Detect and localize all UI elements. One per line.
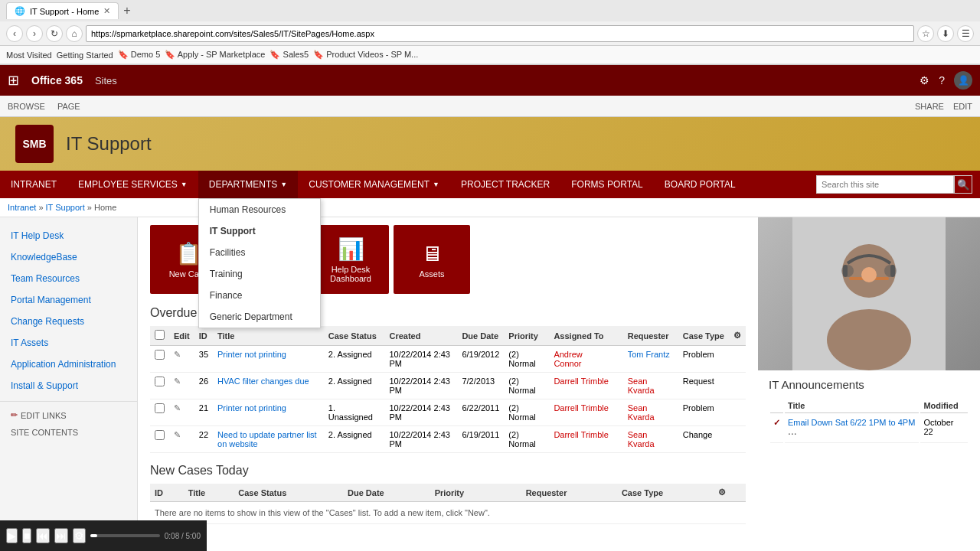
nav-employee-services[interactable]: EMPLOYEE SERVICES ▼ [67,171,198,198]
office365-label[interactable]: Office 365 [31,74,83,86]
edit-button[interactable]: EDIT [953,102,972,111]
nav-intranet[interactable]: INTRANET [0,171,67,198]
nav-customer-management[interactable]: CUSTOMER MANAGEMENT ▼ [298,171,450,198]
settings-icon[interactable]: ⚙ [920,74,929,86]
waffle-icon[interactable]: ⊞ [8,72,19,89]
requester-link[interactable]: Sean Kvarda [628,377,655,395]
assigned-to-link[interactable]: Darrell Trimble [554,430,609,439]
tab-close-button[interactable]: ✕ [103,6,110,16]
settings-vid-button[interactable]: ⚙ [73,528,86,543]
row-checkbox[interactable] [155,377,165,386]
dropdown-finance[interactable]: Finance [199,285,320,306]
nav-bar: INTRANET EMPLOYEE SERVICES ▼ DEPARTMENTS… [0,171,980,198]
help-icon[interactable]: ? [939,74,945,86]
nav-forms-portal[interactable]: FORMS PORTAL [560,171,654,198]
url-bar[interactable] [86,25,914,42]
dropdown-facilities[interactable]: Facilities [199,242,320,263]
search-button[interactable]: 🔍 [954,175,972,194]
ann-col-modified: Modified [920,399,968,413]
case-title-link[interactable]: Printer not printing [217,403,286,412]
nav-board-portal-label: BOARD PORTAL [665,179,736,190]
svg-rect-5 [843,265,848,277]
tile-assets[interactable]: 🖥 Assets [394,225,470,294]
next-button[interactable]: ⏭ [54,528,68,543]
top-bar-right: ⚙ ? 👤 [920,71,972,90]
row-checkbox[interactable] [155,350,165,360]
bookmark-most-visited[interactable]: Most Visited [6,51,52,60]
page-tab[interactable]: PAGE [57,102,80,111]
announcement-title-link[interactable]: Email Down Sat 6/22 1PM to 4PM [788,418,915,427]
back-button[interactable]: ‹ [6,25,23,42]
requester-link[interactable]: Tom Frantz [628,350,670,359]
assigned-to-link[interactable]: Darrell Trimble [554,377,609,386]
ellipsis-icon[interactable]: ··· [788,427,797,439]
bookmark-button[interactable]: ☆ [917,25,934,42]
requester-link[interactable]: Sean Kvarda [628,430,655,448]
new-tab-button[interactable]: + [123,4,130,18]
col-created: Created [384,326,457,346]
table-row: ✎ 35 Printer not printing 2. Assigned 10… [150,346,746,373]
sidebar-item-change-requests[interactable]: Change Requests [0,311,137,332]
breadcrumb-intranet[interactable]: Intranet [8,203,36,212]
bookmark-demo5[interactable]: 🔖 Demo 5 [118,50,161,60]
tile-help-desk-dashboard[interactable]: 📊 Help Desk Dashboard [312,225,389,294]
sidebar-item-team-resources[interactable]: Team Resources [0,268,137,289]
reload-button[interactable]: ↻ [46,25,63,42]
check-icon: ✓ [773,418,780,427]
breadcrumb-it-support[interactable]: IT Support [46,203,85,212]
assigned-to-link[interactable]: Darrell Trimble [554,403,609,412]
edit-icon[interactable]: ✎ [174,377,181,386]
bookmark-apply-sp[interactable]: 🔖 Apply - SP Marketplace [165,50,265,60]
nav-departments[interactable]: DEPARTMENTS ▼ Human Resources IT Support… [198,171,299,198]
sidebar-edit-links[interactable]: ✏ EDIT LINKS [0,406,137,424]
user-avatar[interactable]: 👤 [954,71,972,90]
dropdown-it-support[interactable]: IT Support [199,220,320,242]
site-contents-label: SITE CONTENTS [11,428,78,437]
video-progress-bar[interactable] [90,534,159,537]
dropdown-training[interactable]: Training [199,263,320,285]
sidebar-site-contents[interactable]: SITE CONTENTS [0,424,137,441]
bookmark-product-videos[interactable]: 🔖 Product Videos - SP M... [313,50,418,60]
nav-board-portal[interactable]: BOARD PORTAL [654,171,746,198]
play-pause-button[interactable]: ▶ [6,528,18,543]
nav-project-tracker[interactable]: PROJECT TRACKER [450,171,560,198]
requester-link[interactable]: Sean Kvarda [628,403,655,422]
case-title-link[interactable]: Printer not printing [217,350,286,359]
edit-icon[interactable]: ✎ [174,430,181,439]
prev-button[interactable]: ⏮ [36,528,50,543]
share-button[interactable]: SHARE [915,102,944,111]
stop-button[interactable]: ■ [22,528,31,543]
ann-col-title: Title [785,399,919,413]
row-checkbox[interactable] [155,430,165,440]
case-title-link[interactable]: HVAC filter changes due [217,377,309,386]
col-status: Case Status [324,326,385,346]
search-input[interactable] [816,175,954,194]
browser-tab[interactable]: 🌐 IT Support - Home ✕ [6,2,119,19]
edit-icon[interactable]: ✎ [174,403,181,412]
bookmark-getting-started[interactable]: Getting Started [57,51,113,60]
sites-label[interactable]: Sites [95,75,117,86]
forward-button[interactable]: › [26,25,43,42]
sidebar-item-knowledgebase[interactable]: KnowledgeBase [0,246,137,268]
case-type: Request [678,373,729,399]
browse-tab[interactable]: BROWSE [8,102,45,111]
dropdown-generic-department[interactable]: Generic Department [199,306,320,328]
bookmark-sales5[interactable]: 🔖 Sales5 [270,50,309,60]
support-person-image [758,217,980,370]
sidebar-item-install-support[interactable]: Install & Support [0,375,137,396]
sidebar-item-it-assets[interactable]: IT Assets [0,332,137,354]
case-status: 1. Unassigned [324,399,385,426]
assigned-to-link[interactable]: Andrew Connor [554,350,582,368]
menu-button[interactable]: ☰ [957,25,974,42]
home-button[interactable]: ⌂ [66,25,83,42]
sidebar-item-portal-management[interactable]: Portal Management [0,289,137,311]
case-title-link[interactable]: Need to update partner list on website [217,430,317,448]
download-button[interactable]: ⬇ [937,25,954,42]
sidebar-item-it-help-desk[interactable]: IT Help Desk [0,225,137,246]
dropdown-human-resources[interactable]: Human Resources [199,199,320,220]
assets-icon: 🖥 [421,241,443,266]
edit-icon[interactable]: ✎ [174,350,181,359]
row-checkbox[interactable] [155,403,165,413]
sidebar-item-application-administration[interactable]: Application Administration [0,354,137,375]
select-all-checkbox[interactable] [155,330,165,340]
